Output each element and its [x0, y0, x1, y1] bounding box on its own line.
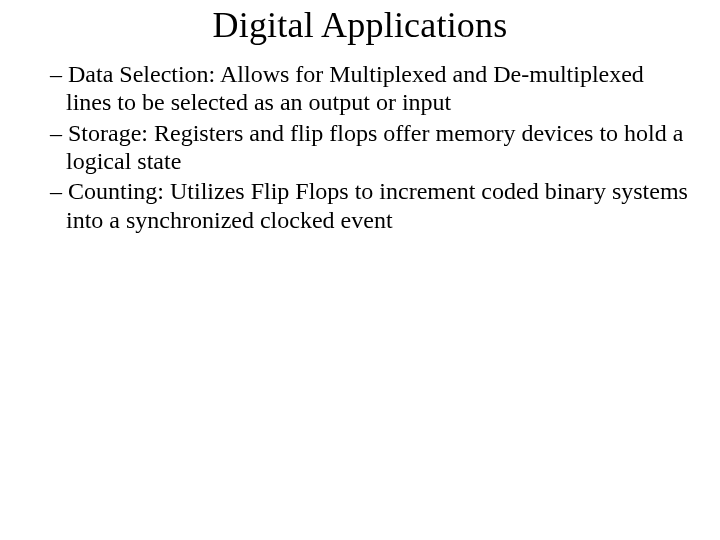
bullet-dash: –	[50, 61, 68, 87]
bullet-list: – Data Selection: Allows for Multiplexed…	[28, 60, 692, 234]
list-item: – Data Selection: Allows for Multiplexed…	[50, 60, 692, 117]
bullet-text: Counting: Utilizes Flip Flops to increme…	[66, 178, 688, 232]
bullet-dash: –	[50, 120, 68, 146]
slide: Digital Applications – Data Selection: A…	[0, 0, 720, 540]
bullet-text: Data Selection: Allows for Multiplexed a…	[66, 61, 644, 115]
bullet-text: Storage: Registers and flip flops offer …	[66, 120, 683, 174]
list-item: – Counting: Utilizes Flip Flops to incre…	[50, 177, 692, 234]
list-item: – Storage: Registers and flip flops offe…	[50, 119, 692, 176]
slide-title: Digital Applications	[28, 0, 692, 60]
bullet-dash: –	[50, 178, 68, 204]
